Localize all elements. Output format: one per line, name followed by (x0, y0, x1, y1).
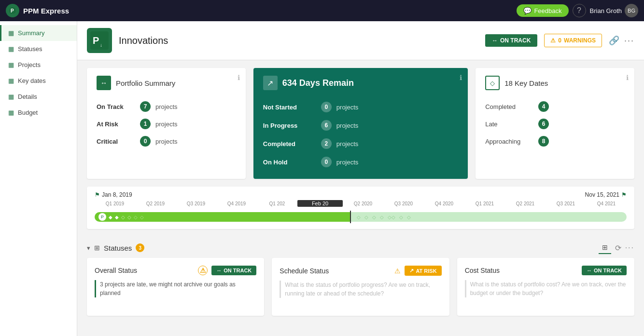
days-info-icon[interactable]: ℹ (460, 74, 462, 81)
kd-completed-row: Completed 4 (485, 98, 625, 115)
statuses-grid-icon: ⊞ (94, 244, 100, 252)
timeline-start-badge: P (98, 213, 106, 221)
days-remain-icon: ↗ (263, 76, 278, 90)
key-dates-icon: ◇ (485, 76, 500, 90)
current-date-marker: Feb 20 (297, 200, 343, 207)
warn-triangle-icon: ⚠ (200, 267, 206, 274)
portfolio-info-icon[interactable]: ℹ (238, 74, 240, 81)
link-icon[interactable]: 🔗 (609, 35, 619, 46)
timeline-diamond-1: ◆ (109, 215, 112, 220)
portfolio-summary-icon: ↔ (97, 76, 111, 90)
not-started-row: Not Started 0 projects (263, 98, 458, 116)
timeline-diamond-5: ◇ (134, 215, 138, 220)
cost-status-card: Cost Status ↔ ON TRACK What is the statu… (457, 258, 634, 316)
not-started-badge: 0 (321, 102, 332, 112)
schedule-status-card: Schedule Status ⚠ ↗ AT RISK What is the … (272, 258, 449, 316)
status-cards-row: Overall Status ⚠ ↔ ON TRACK 3 projects a… (87, 258, 634, 316)
timeline-end: Nov 15, 2021 ⚑ (585, 191, 627, 198)
future-diamond-2: ◇ (364, 215, 368, 220)
avatar: BG (625, 4, 638, 17)
statuses-label: Statuses (104, 244, 132, 252)
statuses-more-icon[interactable]: ··· (625, 243, 634, 252)
timeline-flag-end-icon: ⚑ (621, 191, 627, 198)
timeline-future-bar: ◇ ◇ ◇ ◇ ◇◇ ◇ ◇ (351, 212, 627, 222)
sidebar-item-projects[interactable]: ▦ Projects (0, 57, 77, 73)
kd-approaching-badge: 8 (538, 136, 549, 147)
warnings-button[interactable]: ⚠ 0 WARNINGS (544, 34, 602, 47)
cost-on-track-button[interactable]: ↔ ON TRACK (582, 266, 627, 275)
app-logo: P (6, 4, 19, 17)
project-logo: P ↓ (87, 28, 112, 53)
warning-icon: ⚠ (550, 37, 556, 44)
kd-approaching-row: Approaching 8 (485, 133, 625, 150)
timeline-flag-start-icon: ⚑ (95, 191, 100, 198)
schedule-at-risk-button[interactable]: ↗ AT RISK (405, 266, 441, 276)
overall-warn-badge: ⚠ (198, 266, 208, 275)
arrows-icon: ↔ (216, 268, 222, 273)
keydates-info-icon[interactable]: ℹ (626, 74, 629, 81)
statuses-icon: ▦ (8, 45, 14, 53)
help-button[interactable]: ? (573, 4, 586, 17)
schedule-status-text: What is the status of portfolio progress… (280, 281, 441, 298)
schedule-status-title: Schedule Status (280, 267, 391, 275)
completed-badge: 2 (321, 138, 332, 149)
keydates-icon: ▦ (8, 77, 14, 84)
sidebar-item-key-dates[interactable]: ▦ Key dates (0, 73, 77, 89)
future-diamond-6: ◇ (399, 215, 403, 220)
statuses-icon-label: ⊞ (94, 244, 100, 252)
overall-status-card: Overall Status ⚠ ↔ ON TRACK 3 projects a… (87, 258, 264, 316)
statuses-history-icon[interactable]: ⟳ (615, 243, 621, 253)
svg-text:↓: ↓ (100, 42, 102, 48)
statuses-warning-badge: 3 (136, 243, 144, 252)
sidebar-item-statuses[interactable]: ▦ Statuses (0, 41, 77, 57)
project-title: Innovations (119, 35, 478, 46)
overall-status-title: Overall Status (95, 267, 194, 274)
arrows-icon: ↔ (587, 268, 592, 273)
feedback-button[interactable]: 💬 Feedback (517, 4, 568, 17)
statuses-view-grid-icon[interactable]: ⊞ (599, 242, 611, 254)
summary-cards-row: ℹ ↔ Portfolio Summary On Track 7 project… (87, 68, 634, 179)
header-actions: 🔗 ··· (609, 35, 634, 46)
more-options-icon[interactable]: ··· (624, 36, 634, 46)
top-navigation: P PPM Express 💬 Feedback ? Brian Groth B… (0, 0, 644, 21)
future-diamond-3: ◇ (372, 215, 376, 220)
kd-completed-badge: 4 (538, 101, 549, 112)
on-track-badge: 7 (140, 101, 151, 112)
budget-icon: ▦ (8, 109, 14, 116)
timeline-progress-bar: P ◆ ◆ ◇ ◇ ◇ ◇ (95, 212, 350, 222)
sidebar-item-details[interactable]: ▦ Details (0, 89, 77, 105)
portfolio-summary-card: ℹ ↔ Portfolio Summary On Track 7 project… (87, 68, 246, 179)
overall-status-text: 3 projects are late, we might not archiv… (95, 280, 256, 297)
completed-row: Completed 2 projects (263, 134, 458, 153)
key-dates-title: 18 Key Dates (504, 79, 548, 87)
sidebar-item-budget[interactable]: ▦ Budget (0, 105, 77, 121)
feedback-icon: 💬 (523, 7, 532, 14)
future-diamond-5: ◇◇ (388, 215, 395, 220)
timeline-start: ⚑ Jan 8, 2019 (95, 191, 132, 198)
svg-text:P: P (11, 8, 14, 13)
svg-text:P: P (93, 35, 99, 46)
overall-on-track-button[interactable]: ↔ ON TRACK (211, 266, 256, 275)
cost-status-text: What is the status of portfolio cost? Ar… (465, 280, 627, 297)
days-remain-card: ℹ ↗ 634 Days Remain Not Started 0 projec… (253, 68, 468, 179)
kd-late-badge: 6 (538, 119, 549, 129)
statuses-header: ▾ ⊞ Statuses 3 ⊞ ⟳ ··· (87, 237, 634, 258)
on-hold-row: On Hold 0 projects (263, 153, 458, 171)
timeline-diamond-2: ◆ (115, 215, 119, 220)
critical-badge: 0 (140, 136, 151, 147)
cost-status-title: Cost Status (465, 267, 578, 274)
at-risk-row: At Risk 1 projects (97, 115, 236, 133)
user-menu[interactable]: Brian Groth BG (590, 4, 638, 17)
days-remain-title: 634 Days Remain (282, 78, 354, 88)
trend-up-icon: ↗ (409, 268, 414, 274)
summary-icon: ▦ (8, 29, 14, 37)
details-icon: ▦ (8, 93, 14, 100)
projects-icon: ▦ (8, 61, 14, 68)
at-risk-badge: 1 (140, 119, 151, 129)
timeline-section: ⚑ Jan 8, 2019 Nov 15, 2021 ⚑ Q1 2019 Q2 … (87, 187, 634, 229)
statuses-collapse-icon[interactable]: ▾ (87, 244, 90, 252)
on-track-button[interactable]: ↔ ON TRACK (485, 34, 537, 47)
sidebar: ▦ Summary ▦ Statuses ▦ Projects ▦ Key da… (0, 21, 77, 336)
in-progress-row: In Progress 6 projects (263, 116, 458, 134)
sidebar-item-summary[interactable]: ▦ Summary (0, 25, 77, 41)
